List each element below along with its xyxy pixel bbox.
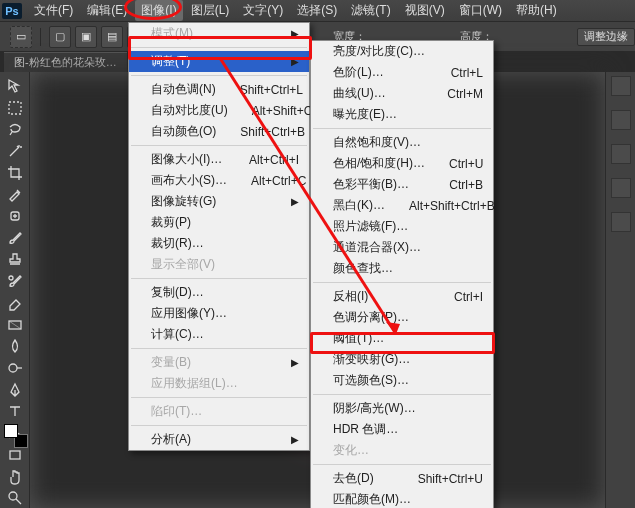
menu-view[interactable]: 视图(V): [399, 0, 451, 21]
adj-photo-filter[interactable]: 照片滤镜(F)…: [311, 216, 493, 237]
menu-calculations[interactable]: 计算(C)…: [129, 324, 309, 345]
gradient-tool-icon[interactable]: [3, 315, 27, 335]
separator: [131, 145, 307, 146]
panel-group-icon[interactable]: [611, 76, 631, 96]
separator: [40, 28, 41, 46]
right-dock: [605, 72, 635, 508]
adjustments-submenu: 亮度/对比度(C)… 色阶(L)…Ctrl+L 曲线(U)…Ctrl+M 曝光度…: [310, 40, 494, 508]
adj-selective-color[interactable]: 可选颜色(S)…: [311, 370, 493, 391]
panel-group-icon[interactable]: [611, 212, 631, 232]
svg-point-2: [9, 276, 13, 280]
adj-gradient-map[interactable]: 渐变映射(G)…: [311, 349, 493, 370]
adj-color-lookup[interactable]: 颜色查找…: [311, 258, 493, 279]
adj-hdr-toning[interactable]: HDR 色调…: [311, 419, 493, 440]
menu-type[interactable]: 文字(Y): [237, 0, 289, 21]
menu-auto-tone[interactable]: 自动色调(N)Shift+Ctrl+L: [129, 79, 309, 100]
svg-point-4: [9, 364, 17, 372]
separator: [131, 75, 307, 76]
adj-brightness-contrast[interactable]: 亮度/对比度(C)…: [311, 41, 493, 62]
menu-image-rotate[interactable]: 图像旋转(G)▶: [129, 191, 309, 212]
adj-desaturate[interactable]: 去色(D)Shift+Ctrl+U: [311, 468, 493, 489]
menu-help[interactable]: 帮助(H): [510, 0, 563, 21]
svg-rect-5: [10, 451, 20, 459]
adj-vibrance[interactable]: 自然饱和度(V)…: [311, 132, 493, 153]
separator: [131, 47, 307, 48]
menu-filter[interactable]: 滤镜(T): [345, 0, 396, 21]
marquee-tool-icon[interactable]: [3, 98, 27, 118]
panel-group-icon[interactable]: [611, 110, 631, 130]
color-swatches[interactable]: [4, 424, 28, 448]
adj-invert[interactable]: 反相(I)Ctrl+I: [311, 286, 493, 307]
adj-color-balance[interactable]: 色彩平衡(B)…Ctrl+B: [311, 174, 493, 195]
separator: [313, 394, 491, 395]
menu-layer[interactable]: 图层(L): [185, 0, 236, 21]
adj-match-color[interactable]: 匹配颜色(M)…: [311, 489, 493, 508]
move-tool-icon[interactable]: [3, 76, 27, 96]
adj-exposure[interactable]: 曝光度(E)…: [311, 104, 493, 125]
menu-file[interactable]: 文件(F): [28, 0, 79, 21]
menu-trap[interactable]: 陷印(T)…: [129, 401, 309, 422]
pen-tool-icon[interactable]: [3, 380, 27, 400]
adj-threshold[interactable]: 阈值(T)…: [311, 328, 493, 349]
panel-group-icon[interactable]: [611, 144, 631, 164]
menu-crop[interactable]: 裁剪(P): [129, 212, 309, 233]
separator: [131, 278, 307, 279]
menu-select[interactable]: 选择(S): [291, 0, 343, 21]
menu-apply-image[interactable]: 应用图像(Y)…: [129, 303, 309, 324]
menu-image[interactable]: 图像(I): [135, 0, 182, 21]
stamp-tool-icon[interactable]: [3, 250, 27, 270]
ps-logo: Ps: [2, 3, 22, 19]
menu-auto-contrast[interactable]: 自动对比度(U)Alt+Shift+Ctrl+L: [129, 100, 309, 121]
menu-canvas-size[interactable]: 画布大小(S)…Alt+Ctrl+C: [129, 170, 309, 191]
menubar: Ps 文件(F) 编辑(E) 图像(I) 图层(L) 文字(Y) 选择(S) 滤…: [0, 0, 635, 22]
adj-posterize[interactable]: 色调分离(P)…: [311, 307, 493, 328]
marquee-preset-icon[interactable]: ▭: [10, 26, 32, 48]
svg-rect-0: [9, 102, 21, 114]
menu-adjustments[interactable]: 调整(T)▶: [129, 51, 309, 72]
menu-datasets[interactable]: 应用数据组(L)…: [129, 373, 309, 394]
menu-image-size[interactable]: 图像大小(I)…Alt+Ctrl+I: [129, 149, 309, 170]
document-tab[interactable]: 图-粉红色的花朵玫…: [4, 52, 127, 72]
adj-hue-sat[interactable]: 色相/饱和度(H)…Ctrl+U: [311, 153, 493, 174]
adj-curves[interactable]: 曲线(U)…Ctrl+M: [311, 83, 493, 104]
blur-tool-icon[interactable]: [3, 336, 27, 356]
healing-tool-icon[interactable]: [3, 206, 27, 226]
brush-tool-icon[interactable]: [3, 228, 27, 248]
history-brush-tool-icon[interactable]: [3, 271, 27, 291]
svg-point-6: [9, 492, 17, 500]
menu-variables[interactable]: 变量(B)▶: [129, 352, 309, 373]
eraser-tool-icon[interactable]: [3, 293, 27, 313]
menu-edit[interactable]: 编辑(E): [81, 0, 133, 21]
fg-swatch[interactable]: [4, 424, 18, 438]
selmode-add-icon[interactable]: ▣: [75, 26, 97, 48]
menu-trim[interactable]: 裁切(R)…: [129, 233, 309, 254]
dodge-tool-icon[interactable]: [3, 358, 27, 378]
panel-group-icon[interactable]: [611, 178, 631, 198]
refine-edge-button[interactable]: 调整边缘: [577, 28, 635, 46]
menu-reveal-all[interactable]: 显示全部(V): [129, 254, 309, 275]
wand-tool-icon[interactable]: [3, 141, 27, 161]
eyedropper-tool-icon[interactable]: [3, 185, 27, 205]
adj-channel-mixer[interactable]: 通道混合器(X)…: [311, 237, 493, 258]
crop-tool-icon[interactable]: [3, 163, 27, 183]
menu-mode[interactable]: 模式(M)▶: [129, 23, 309, 44]
separator: [313, 464, 491, 465]
menu-analysis[interactable]: 分析(A)▶: [129, 429, 309, 450]
menu-auto-color[interactable]: 自动颜色(O)Shift+Ctrl+B: [129, 121, 309, 142]
separator: [313, 282, 491, 283]
lasso-tool-icon[interactable]: [3, 119, 27, 139]
adj-levels[interactable]: 色阶(L)…Ctrl+L: [311, 62, 493, 83]
type-tool-icon[interactable]: [3, 402, 27, 422]
menu-duplicate[interactable]: 复制(D)…: [129, 282, 309, 303]
adj-black-white[interactable]: 黑白(K)…Alt+Shift+Ctrl+B: [311, 195, 493, 216]
separator: [313, 128, 491, 129]
hand-tool-icon[interactable]: [3, 467, 27, 487]
separator: [131, 425, 307, 426]
menu-window[interactable]: 窗口(W): [453, 0, 508, 21]
adj-shadow-highlight[interactable]: 阴影/高光(W)…: [311, 398, 493, 419]
separator: [131, 397, 307, 398]
selmode-new-icon[interactable]: ▢: [49, 26, 71, 48]
zoom-tool-icon[interactable]: [3, 488, 27, 508]
adj-variations[interactable]: 变化…: [311, 440, 493, 461]
selmode-subtract-icon[interactable]: ▤: [101, 26, 123, 48]
